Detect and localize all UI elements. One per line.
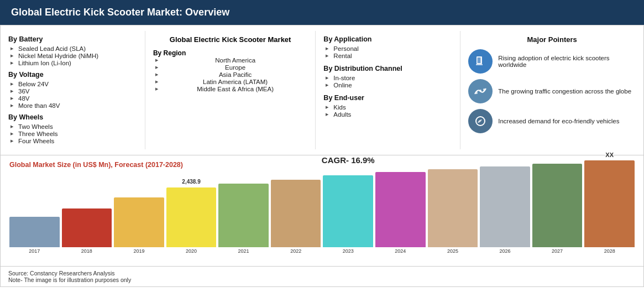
- svg-rect-2: [479, 58, 480, 63]
- svg-rect-3: [476, 64, 483, 65]
- cagr-label: CAGR- 16.9%: [322, 155, 375, 165]
- voltage-list: Below 24V 36V 48V More than 48V: [8, 81, 137, 109]
- year-label-2027: 2027: [552, 248, 563, 254]
- distribution-item-2: Online: [326, 82, 452, 88]
- year-label-2018: 2018: [81, 248, 92, 254]
- bar-group-2017: 2017: [9, 217, 60, 254]
- bar-group-2020: 2,438.92020: [166, 187, 217, 254]
- year-label-2021: 2021: [238, 248, 249, 254]
- svg-point-6: [483, 88, 485, 91]
- battery-item-1: Sealed Lead Acid (SLA): [11, 45, 137, 52]
- bar-2028: XX: [584, 160, 635, 247]
- footer-note: Note- The image is for illustration purp…: [8, 277, 636, 283]
- voltage-item-4: More than 48V: [11, 102, 137, 109]
- bar-xx-label: XX: [605, 152, 614, 158]
- col-app-dist-enduser: By Application Personal Rental By Distri…: [316, 31, 460, 149]
- header-title: Global Electric Kick Scooter Market: Ove…: [11, 7, 229, 18]
- pointer-item-3: Increased demand for eco-friendly vehicl…: [468, 109, 636, 133]
- svg-point-4: [475, 92, 478, 94]
- region-item-4: Latin America (LATAM): [155, 79, 307, 85]
- bar-2024: [375, 172, 426, 247]
- year-label-2019: 2019: [133, 248, 144, 254]
- bar-2020: 2,438.9: [166, 187, 217, 247]
- battery-item-2: Nickel Metal Hydride (NiMH): [11, 53, 137, 59]
- region-list: North America Europe Asia Pacific Latin …: [153, 57, 307, 92]
- eco-icon: [468, 109, 493, 133]
- content-area: By Battery Sealed Lead Acid (SLA) Nickel…: [0, 25, 644, 287]
- bar-2027: [532, 164, 583, 247]
- region-item-3: Asia Pacific: [155, 71, 307, 78]
- enduser-item-1: Kids: [326, 104, 452, 111]
- year-label-2024: 2024: [395, 248, 406, 254]
- bar-2018: [62, 208, 112, 247]
- bar-2026: [480, 166, 530, 247]
- voltage-title: By Voltage: [8, 71, 137, 79]
- region-title: By Region: [153, 49, 307, 57]
- enduser-title: By End-user: [323, 94, 452, 102]
- bar-group-2019: 2019: [114, 197, 164, 254]
- bar-2017: [9, 217, 60, 247]
- region-item-1: North America: [155, 57, 307, 64]
- bar-2023: CAGR- 16.9%: [323, 175, 373, 247]
- bar-group-2023: CAGR- 16.9%2023: [323, 175, 373, 254]
- chart-section: Global Market Size (in US$ Mn), Forecast…: [1, 155, 643, 266]
- region-item-5: Middle East & Africa (MEA): [155, 86, 307, 92]
- market-title: Global Electric Kick Scooter Market: [153, 35, 307, 44]
- application-title: By Application: [323, 35, 452, 43]
- scooter-icon: [468, 49, 493, 74]
- pointer-text-2: The growing traffic congestion across th…: [498, 88, 631, 95]
- page-header: Global Electric Kick Scooter Market: Ove…: [0, 0, 644, 25]
- voltage-item-3: 48V: [11, 95, 137, 102]
- traffic-icon: [468, 79, 493, 103]
- battery-item-3: Lithium Ion (Li-Ion): [11, 60, 137, 66]
- application-item-2: Rental: [326, 53, 452, 59]
- distribution-item-1: In-store: [326, 75, 452, 81]
- footer: Source: Constancy Researchers Analysis N…: [1, 266, 643, 286]
- wheels-list: Two Wheels Three Wheels Four Wheels: [8, 123, 137, 144]
- year-label-2026: 2026: [499, 248, 510, 254]
- bar-group-2018: 2018: [62, 208, 112, 254]
- bar-group-2022: 2022: [271, 180, 321, 254]
- svg-point-5: [479, 90, 481, 92]
- col-battery-voltage-wheels: By Battery Sealed Lead Acid (SLA) Nickel…: [1, 31, 145, 149]
- year-label-2017: 2017: [29, 248, 40, 254]
- bar-group-2024: 2024: [375, 172, 426, 254]
- col-pointers: Major Pointers Rising adoption of electr…: [460, 31, 643, 149]
- enduser-item-2: Adults: [326, 111, 452, 118]
- bar-group-2021: 2021: [218, 184, 269, 254]
- chart-container: 2017201820192,438.9202020212022CAGR- 16.…: [9, 172, 635, 266]
- battery-title: By Battery: [8, 35, 137, 43]
- wheels-item-2: Three Wheels: [11, 131, 137, 137]
- bar-group-2028: XX2028: [584, 160, 635, 254]
- region-item-2: Europe: [155, 64, 307, 71]
- bar-2021: [218, 184, 269, 247]
- bar-group-2026: 2026: [480, 166, 530, 254]
- battery-list: Sealed Lead Acid (SLA) Nickel Metal Hydr…: [8, 45, 137, 66]
- application-list: Personal Rental: [323, 45, 452, 59]
- voltage-item-2: 36V: [11, 88, 137, 95]
- wheels-item-3: Four Wheels: [11, 138, 137, 144]
- wheels-item-1: Two Wheels: [11, 123, 137, 130]
- col-market-region: Global Electric Kick Scooter Market By R…: [145, 31, 316, 149]
- bar-group-2025: 2025: [428, 169, 478, 254]
- pointer-text-3: Increased demand for eco-friendly vehicl…: [498, 118, 619, 124]
- pointers-title: Major Pointers: [468, 35, 636, 44]
- pointer-item-1: Rising adoption of electric kick scooter…: [468, 49, 636, 74]
- bar-2025: [428, 169, 478, 247]
- application-item-1: Personal: [326, 45, 452, 52]
- distribution-list: In-store Online: [323, 75, 452, 88]
- year-label-2020: 2020: [186, 248, 197, 254]
- year-label-2023: 2023: [343, 248, 354, 254]
- year-label-2028: 2028: [604, 248, 615, 254]
- categories-section: By Battery Sealed Lead Acid (SLA) Nickel…: [1, 25, 643, 155]
- enduser-list: Kids Adults: [323, 104, 452, 118]
- bar-value-2020: 2,438.9: [182, 179, 200, 185]
- year-label-2025: 2025: [447, 248, 458, 254]
- distribution-title: By Distribution Channel: [323, 65, 452, 72]
- svg-rect-1: [478, 58, 479, 63]
- pointer-item-2: The growing traffic congestion across th…: [468, 79, 636, 103]
- pointer-text-1: Rising adoption of electric kick scooter…: [498, 55, 636, 68]
- bar-2019: [114, 197, 164, 247]
- bar-group-2027: 2027: [532, 164, 583, 254]
- voltage-item-1: Below 24V: [11, 81, 137, 87]
